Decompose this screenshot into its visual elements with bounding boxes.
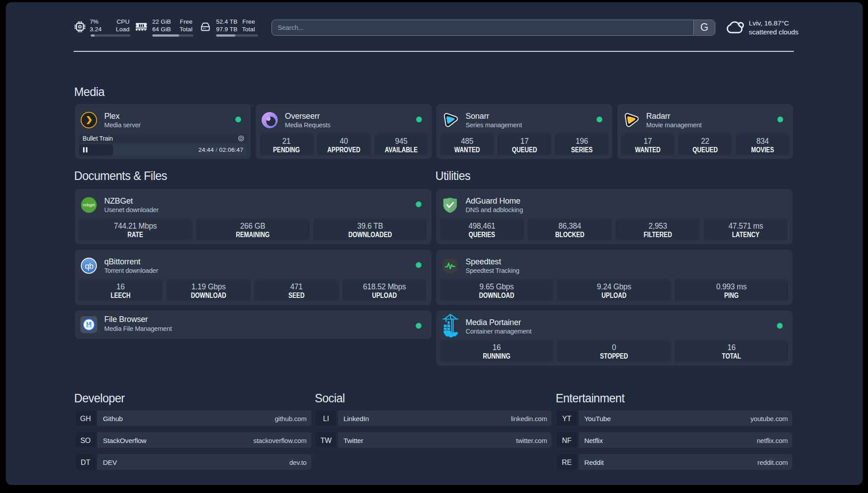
svg-text:qb: qb: [85, 262, 94, 271]
svg-text:nzbget: nzbget: [83, 203, 95, 207]
